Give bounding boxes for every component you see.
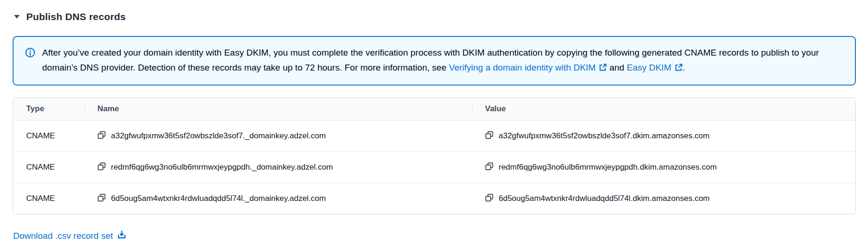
external-link-icon bbox=[675, 61, 683, 76]
record-value: 6d5oug5am4wtxnkr4rdwluadqdd5l74l.dkim.am… bbox=[499, 194, 710, 203]
section-title: Publish DNS records bbox=[26, 11, 126, 22]
copy-icon bbox=[485, 162, 493, 172]
record-name: redmf6qg6wg3no6ulb6mrmwxjeypgpdh._domain… bbox=[111, 163, 333, 172]
copy-name-button[interactable] bbox=[97, 193, 106, 203]
record-type: CNAME bbox=[13, 151, 84, 183]
column-header-type: Type bbox=[13, 98, 84, 120]
table-row: CNAME 6d5oug5am4wtxnkr4rdwluadqdd5l74l._… bbox=[13, 183, 855, 214]
alert-text-before: After you’ve created your domain identit… bbox=[42, 48, 819, 72]
record-value: a32gfwufpxmw36t5sf2owbszlde3sof7.dkim.am… bbox=[499, 131, 710, 141]
table-row: CNAME a32gfwufpxmw36t5sf2owbszlde3sof7._… bbox=[13, 120, 855, 151]
alert-message: After you’ve created your domain identit… bbox=[42, 45, 843, 76]
copy-icon bbox=[97, 162, 106, 172]
external-link-icon bbox=[599, 61, 607, 76]
record-type: CNAME bbox=[13, 183, 84, 214]
copy-name-button[interactable] bbox=[97, 162, 106, 172]
record-name: a32gfwufpxmw36t5sf2owbszlde3sof7._domain… bbox=[111, 131, 326, 141]
verify-domain-dkim-link-label: Verifying a domain identity with DKIM bbox=[449, 63, 596, 72]
easy-dkim-link-label: Easy DKIM bbox=[627, 63, 671, 72]
record-type: CNAME bbox=[13, 120, 84, 151]
info-alert: After you’ve created your domain identit… bbox=[13, 36, 856, 86]
column-header-value: Value bbox=[472, 98, 855, 120]
download-csv-link[interactable]: Download .csv record set bbox=[13, 230, 126, 242]
copy-icon bbox=[97, 193, 106, 203]
copy-icon bbox=[485, 193, 493, 203]
column-header-name: Name bbox=[84, 98, 472, 120]
alert-text-after: . bbox=[683, 63, 685, 72]
record-name: 6d5oug5am4wtxnkr4rdwluadqdd5l74l._domain… bbox=[111, 194, 326, 203]
record-value: redmf6qg6wg3no6ulb6mrmwxjeypgpdh.dkim.am… bbox=[499, 163, 717, 172]
table-row: CNAME redmf6qg6wg3no6ulb6mrmwxjeypgpdh._… bbox=[13, 151, 855, 183]
download-icon bbox=[117, 230, 126, 242]
table-header-row: Type Name Value bbox=[13, 98, 855, 120]
copy-value-button[interactable] bbox=[485, 162, 493, 172]
copy-icon bbox=[485, 131, 493, 141]
copy-icon bbox=[97, 131, 106, 141]
download-csv-link-label: Download .csv record set bbox=[13, 231, 113, 241]
caret-down-icon bbox=[14, 14, 20, 19]
copy-value-button[interactable] bbox=[485, 193, 493, 203]
copy-name-button[interactable] bbox=[97, 131, 106, 141]
info-icon bbox=[25, 48, 35, 59]
verify-domain-dkim-link[interactable]: Verifying a domain identity with DKIM bbox=[449, 63, 607, 72]
easy-dkim-link[interactable]: Easy DKIM bbox=[627, 63, 683, 72]
publish-dns-records-section: Publish DNS records After you’ve created… bbox=[0, 0, 868, 242]
copy-value-button[interactable] bbox=[485, 131, 493, 141]
dns-records-table: Type Name Value CNAME a32gfwufpxmw36t5sf… bbox=[13, 97, 856, 214]
alert-text-between: and bbox=[607, 63, 626, 72]
publish-dns-records-header[interactable]: Publish DNS records bbox=[14, 11, 856, 22]
